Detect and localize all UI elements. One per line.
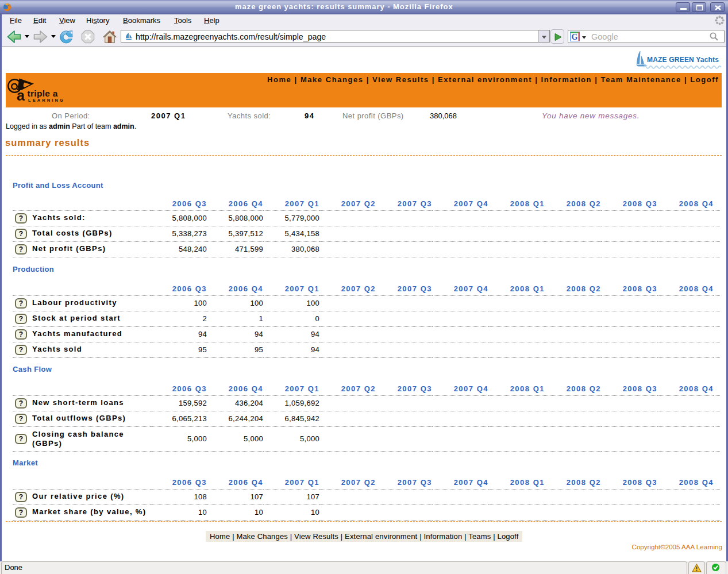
svg-text:a: a (17, 87, 25, 103)
svg-text:G: G (572, 33, 578, 41)
svg-text:LEARNING: LEARNING (28, 98, 65, 103)
svg-text:triple a: triple a (28, 88, 58, 98)
